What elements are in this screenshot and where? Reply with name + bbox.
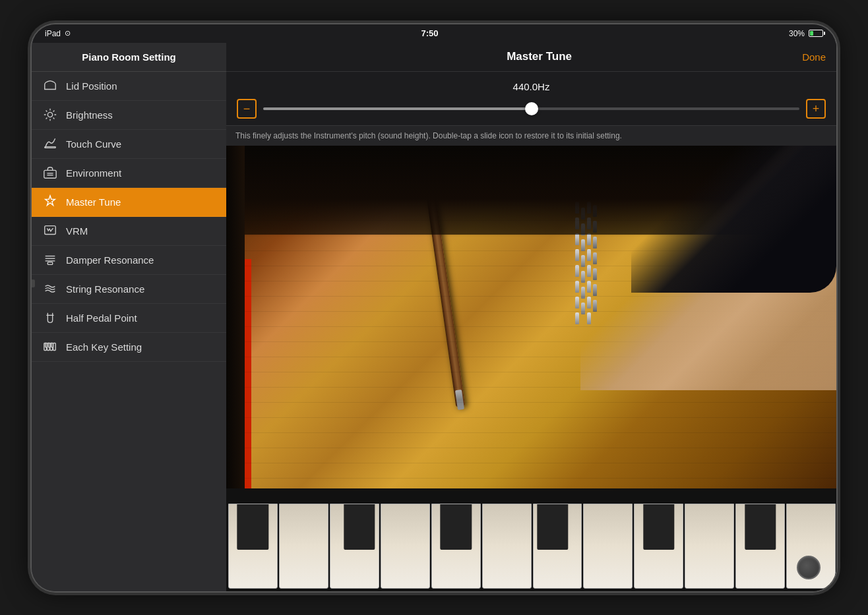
sidebar-items: Lid Position Brightness Touch Curve (32, 72, 226, 591)
sidebar-item-vrm[interactable]: VRM (32, 217, 226, 246)
string-resonance-icon (42, 281, 58, 297)
minus-icon: − (243, 103, 251, 115)
status-bar: iPad ⊙ 7:50 30% (32, 24, 836, 43)
brightness-icon (42, 107, 58, 123)
tune-slider[interactable] (263, 107, 799, 110)
sidebar-title: Piano Room Setting (82, 51, 176, 63)
svg-rect-11 (44, 170, 56, 178)
sidebar: Piano Room Setting Lid Position Brightne… (32, 43, 226, 591)
minus-button[interactable]: − (237, 99, 257, 119)
piano-image (226, 146, 836, 591)
svg-line-6 (46, 111, 47, 112)
app-content: Piano Room Setting Lid Position Brightne… (32, 43, 836, 591)
sidebar-label-string-resonance: String Resonance (66, 283, 144, 295)
status-left: iPad ⊙ (45, 29, 71, 38)
tune-description: This finely adjusts the Instrument's pit… (226, 125, 836, 146)
environment-icon (42, 165, 58, 181)
svg-point-1 (47, 112, 52, 117)
done-button[interactable]: Done (802, 51, 826, 63)
battery-icon (809, 30, 823, 37)
status-time: 7:50 (421, 28, 438, 38)
sidebar-label-touch-curve: Touch Curve (66, 138, 121, 150)
plus-icon: + (813, 103, 820, 115)
sidebar-item-environment[interactable]: Environment (32, 159, 226, 188)
sidebar-item-half-pedal[interactable]: Half Pedal Point (32, 304, 226, 333)
pedal-icon (42, 310, 58, 326)
home-button[interactable] (797, 556, 821, 579)
tune-hz-display: 440.0Hz (237, 81, 826, 92)
white-keys-container (226, 488, 836, 591)
svg-rect-26 (51, 343, 53, 347)
sidebar-item-damper-resonance[interactable]: Damper Resonance (32, 246, 226, 275)
tune-controls: 440.0Hz − + (226, 72, 836, 125)
sidebar-item-touch-curve[interactable]: Touch Curve (32, 130, 226, 159)
master-tune-icon (42, 194, 58, 210)
sidebar-label-damper-resonance: Damper Resonance (66, 254, 154, 266)
device-frame: iPad ⊙ 7:50 30% Piano Room Setting (32, 24, 836, 591)
each-key-icon (42, 339, 58, 355)
main-header: Master Tune Done (226, 43, 836, 72)
main-panel-title: Master Tune (276, 50, 802, 63)
battery-percent: 30% (789, 29, 805, 38)
piano-scene (226, 146, 836, 591)
svg-rect-25 (48, 343, 50, 347)
sidebar-label-master-tune: Master Tune (66, 196, 121, 208)
sidebar-label-half-pedal: Half Pedal Point (66, 312, 137, 324)
sidebar-item-string-resonance[interactable]: String Resonance (32, 275, 226, 304)
volume-button[interactable] (32, 279, 35, 287)
plus-button[interactable]: + (806, 99, 826, 119)
wifi-icon: ⊙ (65, 29, 71, 38)
slider-row: − + (237, 99, 826, 119)
svg-rect-24 (46, 343, 47, 347)
sidebar-item-master-tune[interactable]: Master Tune (32, 188, 226, 217)
svg-line-9 (53, 111, 55, 112)
svg-rect-18 (47, 262, 52, 265)
device-label: iPad (45, 29, 61, 38)
sidebar-label-lid-position: Lid Position (66, 80, 117, 92)
slider-thumb[interactable] (525, 102, 538, 115)
damper-icon (42, 252, 58, 268)
sidebar-header: Piano Room Setting (32, 43, 226, 72)
status-right: 30% (789, 29, 823, 38)
sidebar-label-brightness: Brightness (66, 109, 113, 121)
slider-fill (263, 107, 532, 110)
sidebar-item-each-key[interactable]: Each Key Setting (32, 333, 226, 362)
sidebar-label-environment: Environment (66, 167, 121, 179)
svg-rect-10 (45, 147, 56, 148)
keyboard-bg (226, 488, 836, 591)
hand-area (580, 146, 837, 391)
sidebar-label-each-key: Each Key Setting (66, 341, 142, 353)
sidebar-item-lid-position[interactable]: Lid Position (32, 72, 226, 101)
touch-curve-icon (42, 136, 58, 152)
main-panel: Master Tune Done 440.0Hz − + (226, 43, 836, 591)
svg-line-8 (46, 118, 47, 119)
svg-line-7 (53, 118, 55, 119)
vrm-icon (42, 223, 58, 239)
lid-icon (42, 78, 58, 94)
sidebar-item-brightness[interactable]: Brightness (32, 101, 226, 130)
sidebar-label-vrm: VRM (66, 225, 88, 237)
